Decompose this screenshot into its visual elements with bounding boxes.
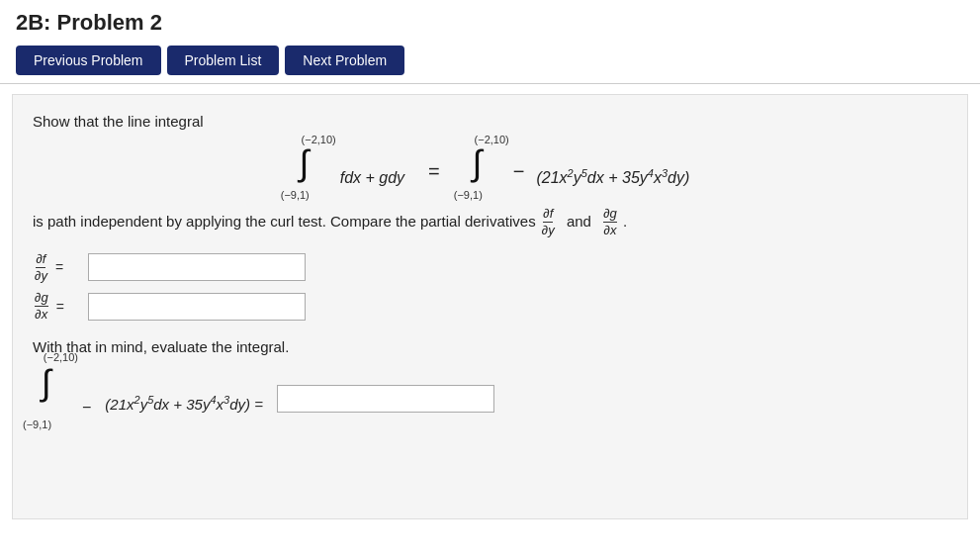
- df-dy-fraction: ∂f ∂y: [542, 207, 555, 238]
- dg-dx-row: ∂g ∂x =: [33, 291, 947, 323]
- prev-problem-button[interactable]: Previous Problem: [16, 46, 161, 75]
- right-integral-expr: (−2,10) ∫ (−9,1) − (21x2y5dx + 35y4x3dy): [464, 145, 689, 189]
- final-integral-upper: (−2,10): [44, 351, 78, 363]
- nav-buttons: Previous Problem Problem List Next Probl…: [16, 46, 964, 75]
- right-integral-block: (−2,10) ∫ (−9,1) − (21x2y5dx + 35y4x3dy): [464, 145, 689, 189]
- df-dy-input[interactable]: [88, 253, 306, 281]
- dg-dx-input[interactable]: [88, 293, 306, 321]
- with-that-text: With that in mind, evaluate the integral…: [33, 338, 947, 355]
- right-integral-lower: (−9,1): [454, 189, 483, 201]
- left-integral-symbol: ∫: [294, 145, 315, 181]
- dg-dx-fraction: ∂g ∂x: [603, 207, 617, 238]
- df-dy-row: ∂f ∂y =: [33, 252, 947, 284]
- left-integral-expr: (−2,10) ∫ (−9,1) fdx + gdy: [291, 145, 404, 189]
- right-integral-symbol: ∫: [467, 145, 489, 181]
- dg-dx-input-label: ∂g ∂x =: [33, 291, 82, 323]
- right-integral-symbol-wrap: (−2,10) ∫ (−9,1): [464, 145, 491, 189]
- final-minus: −: [82, 399, 91, 417]
- df-dy-lbl-den: ∂y: [35, 268, 47, 283]
- dg-dx-lbl-num: ∂g: [35, 291, 48, 307]
- right-integral-minus: −: [513, 160, 525, 183]
- df-dy-lbl-num: ∂f: [36, 252, 45, 268]
- dg-dx-denominator: ∂x: [603, 223, 616, 237]
- curl-test-line: is path independent by applying the curl…: [33, 207, 947, 238]
- final-integral-symbol-wrap: (−2,10) ∫ (−9,1): [33, 365, 60, 417]
- df-dy-input-label: ∂f ∂y =: [33, 252, 82, 284]
- curl-text: is path independent by applying the curl…: [33, 213, 536, 230]
- df-dy-denominator: ∂y: [542, 223, 555, 237]
- main-content: Show that the line integral (−2,10) ∫ (−…: [12, 94, 968, 519]
- period: .: [623, 213, 627, 230]
- final-integrand: (21x2y5dx + 35y4x3dy) =: [105, 394, 263, 413]
- left-integral-lower: (−9,1): [281, 189, 310, 201]
- dg-dx-numerator: ∂g: [603, 207, 617, 223]
- intro-text: Show that the line integral: [33, 113, 947, 130]
- final-integral-lower: (−9,1): [23, 419, 51, 430]
- dg-dx-label-frac: ∂g ∂x: [35, 291, 48, 323]
- final-integral-row: (−2,10) ∫ (−9,1) − (21x2y5dx + 35y4x3dy)…: [33, 365, 947, 417]
- left-integral-integrand: fdx + gdy: [340, 169, 404, 187]
- problem-list-button[interactable]: Problem List: [167, 46, 280, 75]
- page-header: 2B: Problem 2 Previous Problem Problem L…: [0, 0, 980, 84]
- and-text: and: [567, 213, 591, 230]
- final-integral-input[interactable]: [277, 385, 494, 413]
- dg-dx-lbl-den: ∂x: [35, 307, 47, 322]
- right-integral-integrand: (21x2y5dx + 35y4x3dy): [536, 167, 689, 187]
- final-integral-symbol: ∫: [36, 365, 57, 401]
- left-integral-block: (−2,10) ∫ (−9,1) fdx + gdy: [291, 145, 404, 189]
- page-title: 2B: Problem 2: [16, 10, 964, 36]
- equals-sign: =: [422, 160, 446, 183]
- dg-dx-equals: =: [56, 299, 64, 315]
- df-dy-numerator: ∂f: [543, 207, 553, 223]
- df-dy-equals: =: [55, 259, 63, 275]
- df-dy-label-frac: ∂f ∂y: [35, 252, 47, 284]
- next-problem-button[interactable]: Next Problem: [285, 46, 404, 75]
- integral-display: (−2,10) ∫ (−9,1) fdx + gdy = (−2,10) ∫ (…: [33, 145, 947, 189]
- left-integral-symbol-wrap: (−2,10) ∫ (−9,1): [291, 145, 318, 189]
